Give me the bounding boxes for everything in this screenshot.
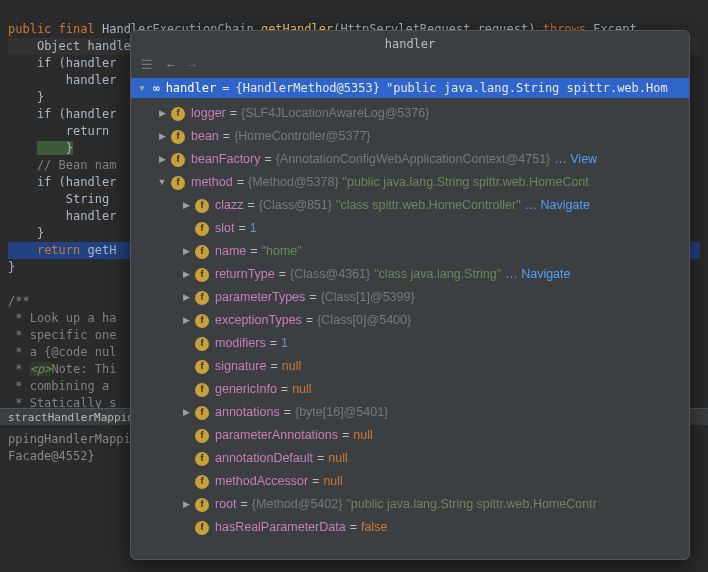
variable-row[interactable]: ▶fmethodAccessor = null <box>131 470 689 493</box>
field-icon: f <box>195 429 209 443</box>
string-value: "class java.lang.String" <box>374 264 501 285</box>
object-ref: {AnnotationConfigWebApplicationContext@4… <box>276 149 550 170</box>
object-ref: {Class[0]@5400} <box>317 310 411 331</box>
field-icon: f <box>195 337 209 351</box>
chevron-right-icon[interactable]: ▶ <box>181 494 191 515</box>
field-name: hasRealParameterData <box>215 517 346 538</box>
field-name: beanFactory <box>191 149 260 170</box>
field-icon: f <box>195 268 209 282</box>
variable-row[interactable]: ▶fparameterTypes = {Class[1]@5399} <box>131 286 689 309</box>
field-name: parameterAnnotations <box>215 425 338 446</box>
object-ref: {Method@5378} <box>248 172 339 193</box>
keyword-value: null <box>353 425 372 446</box>
variable-row[interactable]: ▶fhasRealParameterData = false <box>131 516 689 539</box>
field-icon: f <box>195 222 209 236</box>
variable-row[interactable]: ▶fslot = 1 <box>131 217 689 240</box>
string-value: "class spittr.web.HomeController" <box>336 195 521 216</box>
navigate-link[interactable]: … View <box>554 149 597 170</box>
variable-row[interactable]: ▶fexceptionTypes = {Class[0]@5400} <box>131 309 689 332</box>
chevron-down-icon[interactable]: ▼ <box>137 83 147 93</box>
field-name: parameterTypes <box>215 287 305 308</box>
variable-row[interactable]: ▶fsignature = null <box>131 355 689 378</box>
field-name: clazz <box>215 195 243 216</box>
keyword-value: null <box>292 379 311 400</box>
field-name: annotationDefault <box>215 448 313 469</box>
field-icon: f <box>171 176 185 190</box>
forward-icon[interactable]: → <box>189 57 197 72</box>
navigate-link[interactable]: … Navigate <box>525 195 590 216</box>
string-value: "home" <box>262 241 302 262</box>
string-value: "public java.lang.String spittr.web.Home… <box>343 172 589 193</box>
object-ref: {HomeController@5377} <box>234 126 370 147</box>
root-variable-row[interactable]: ▼ ∞ handler = {HandlerMethod@5353} "publ… <box>131 78 689 98</box>
field-icon: f <box>195 475 209 489</box>
chevron-right-icon[interactable]: ▶ <box>157 126 167 147</box>
field-name: logger <box>191 103 226 124</box>
chevron-right-icon[interactable]: ▶ <box>181 241 191 262</box>
field-name: methodAccessor <box>215 471 308 492</box>
field-name: root <box>215 494 237 515</box>
field-icon: f <box>195 498 209 512</box>
field-name: annotations <box>215 402 280 423</box>
field-name: bean <box>191 126 219 147</box>
object-ref: {Class@851} <box>259 195 332 216</box>
keyword-value: false <box>361 517 387 538</box>
field-icon: f <box>171 153 185 167</box>
object-ref: {Class@4361} <box>290 264 370 285</box>
object-ref: {byte[16]@5401} <box>295 402 388 423</box>
field-icon: f <box>195 383 209 397</box>
variable-row[interactable]: ▶fmodifiers = 1 <box>131 332 689 355</box>
chevron-right-icon[interactable]: ▶ <box>181 195 191 216</box>
field-name: name <box>215 241 246 262</box>
back-icon[interactable]: ← <box>167 57 175 72</box>
evaluate-popup: handler ☰ ← → ▼ ∞ handler = {HandlerMeth… <box>130 30 690 560</box>
variable-row[interactable]: ▶fbeanFactory = {AnnotationConfigWebAppl… <box>131 148 689 171</box>
chevron-right-icon[interactable]: ▶ <box>181 402 191 423</box>
variable-row[interactable]: ▶fannotations = {byte[16]@5401} <box>131 401 689 424</box>
variable-row[interactable]: ▶fannotationDefault = null <box>131 447 689 470</box>
variable-row[interactable]: ▶fname = "home" <box>131 240 689 263</box>
variable-row[interactable]: ▶fgenericInfo = null <box>131 378 689 401</box>
variable-row[interactable]: ▶fbean = {HomeController@5377} <box>131 125 689 148</box>
chevron-right-icon[interactable]: ▶ <box>181 287 191 308</box>
variable-row[interactable]: ▶froot = {Method@5402} "public java.lang… <box>131 493 689 516</box>
navigate-link[interactable]: … Navigate <box>505 264 570 285</box>
field-name: slot <box>215 218 234 239</box>
variable-row[interactable]: ▶fparameterAnnotations = null <box>131 424 689 447</box>
field-name: genericInfo <box>215 379 277 400</box>
field-icon: f <box>195 245 209 259</box>
field-icon: f <box>195 406 209 420</box>
chevron-right-icon[interactable]: ▶ <box>181 310 191 331</box>
object-ref: {SLF4JLocationAwareLog@5376} <box>241 103 429 124</box>
object-ref: {Method@5402} <box>252 494 343 515</box>
field-icon: f <box>195 199 209 213</box>
object-ref: {Class[1]@5399} <box>321 287 415 308</box>
variable-tree[interactable]: ▶flogger = {SLF4JLocationAwareLog@5376}▶… <box>131 98 689 559</box>
chevron-down-icon[interactable]: ▼ <box>157 172 167 193</box>
numeric-value: 1 <box>250 218 257 239</box>
field-name: signature <box>215 356 266 377</box>
field-name: exceptionTypes <box>215 310 302 331</box>
field-icon: f <box>195 314 209 328</box>
keyword-value: null <box>282 356 301 377</box>
variable-row[interactable]: ▶freturnType = {Class@4361} "class java.… <box>131 263 689 286</box>
variable-row[interactable]: ▶fclazz = {Class@851} "class spittr.web.… <box>131 194 689 217</box>
popup-title: handler <box>131 31 689 55</box>
keyword-value: null <box>323 471 342 492</box>
chevron-right-icon[interactable]: ▶ <box>181 264 191 285</box>
chevron-right-icon[interactable]: ▶ <box>157 149 167 170</box>
chevron-right-icon[interactable]: ▶ <box>157 103 167 124</box>
field-icon: f <box>171 130 185 144</box>
popup-toolbar: ☰ ← → <box>131 55 689 78</box>
field-icon: f <box>195 452 209 466</box>
field-icon: f <box>195 521 209 535</box>
numeric-value: 1 <box>281 333 288 354</box>
field-icon: f <box>195 291 209 305</box>
field-icon: f <box>171 107 185 121</box>
variable-row[interactable]: ▶flogger = {SLF4JLocationAwareLog@5376} <box>131 102 689 125</box>
field-name: method <box>191 172 233 193</box>
field-name: modifiers <box>215 333 266 354</box>
field-name: returnType <box>215 264 275 285</box>
variable-row[interactable]: ▼fmethod = {Method@5378} "public java.la… <box>131 171 689 194</box>
tree-view-icon[interactable]: ☰ <box>141 57 153 72</box>
